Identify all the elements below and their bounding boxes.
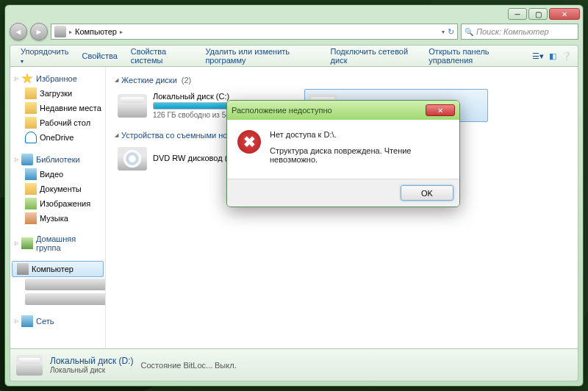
dialog-close-button[interactable]: ✕ [426, 104, 455, 116]
properties-button[interactable]: Свойства [76, 49, 123, 63]
libraries-icon [21, 154, 33, 165]
error-dialog: Расположение недоступно ✕ ✖ Нет доступа … [226, 100, 460, 207]
dialog-message-2: Структура диска повреждена. Чтение невоз… [270, 146, 449, 164]
video-icon [25, 168, 37, 180]
error-icon: ✖ [237, 130, 261, 154]
view-icon[interactable]: ☰▾ [531, 49, 545, 63]
sidebar-homegroup[interactable]: Домашняя группа [10, 233, 105, 254]
dvd-icon [118, 147, 147, 171]
sidebar-item-downloads[interactable]: Загрузки [10, 86, 105, 101]
sidebar-item-documents[interactable]: Документы [10, 182, 105, 196]
sidebar-item-drive-d[interactable]: Локальный диск (D [10, 292, 105, 306]
sidebar-item-recent[interactable]: Недавние места [10, 101, 105, 115]
dialog-titlebar[interactable]: Расположение недоступно ✕ [227, 101, 459, 120]
sidebar-item-music[interactable]: Музыка [10, 211, 105, 226]
dialog-title: Расположение недоступно [232, 106, 332, 115]
cloud-icon [25, 132, 37, 143]
preview-pane-icon[interactable]: ◧ [546, 49, 559, 63]
document-icon [25, 183, 37, 195]
close-button[interactable]: ✕ [549, 8, 580, 20]
folder-icon [25, 117, 37, 129]
refresh-icon[interactable]: ↻ [448, 27, 454, 37]
sidebar-item-desktop[interactable]: Рабочий стол [10, 115, 105, 130]
organize-menu[interactable]: Упорядочить [15, 44, 74, 68]
sidebar-computer[interactable]: Компьютер [12, 261, 104, 277]
folder-icon [25, 102, 37, 114]
category-hard-drives[interactable]: Жесткие диски(2) [115, 76, 569, 85]
sidebar-network[interactable]: Сеть [10, 314, 105, 329]
help-icon[interactable]: ❔ [560, 49, 573, 63]
status-drive-type: Локальный диск [50, 366, 134, 374]
control-panel-button[interactable]: Открыть панель управления [423, 44, 528, 68]
address-bar[interactable]: ▸ Компьютер ▸ ▾ ↻ [51, 24, 458, 40]
nav-bar: ◄ ► ▸ Компьютер ▸ ▾ ↻ Поиск: Компьютер [10, 21, 578, 42]
drive-icon [25, 279, 105, 290]
status-bitlocker-label: Состояние BitLoc... [141, 361, 213, 370]
status-bar: Локальный диск (D:) Локальный диск Состо… [10, 349, 578, 381]
system-properties-button[interactable]: Свойства системы [125, 44, 198, 68]
sidebar-item-pictures[interactable]: Изображения [10, 196, 105, 211]
sidebar-item-drive-c[interactable]: Локальный диск (C [10, 277, 105, 292]
pictures-icon [25, 198, 37, 209]
chevron-right-icon: ▸ [69, 29, 72, 35]
music-icon [25, 212, 37, 224]
sidebar-libraries[interactable]: Библиотеки [10, 152, 105, 167]
map-drive-button[interactable]: Подключить сетевой диск [325, 44, 422, 68]
search-input[interactable]: Поиск: Компьютер [461, 24, 578, 40]
sidebar-favorites[interactable]: Избранное [10, 71, 105, 86]
drive-icon [25, 293, 105, 305]
sidebar-item-video[interactable]: Видео [10, 167, 105, 182]
folder-icon [25, 87, 37, 99]
computer-icon [17, 263, 29, 275]
sidebar-item-onedrive[interactable]: OneDrive [10, 130, 105, 145]
maximize-button[interactable]: ▢ [528, 8, 548, 20]
chevron-right-icon: ▸ [120, 29, 123, 35]
titlebar: ─ ▢ ✕ [5, 5, 583, 21]
breadcrumb-segment[interactable]: Компьютер [75, 27, 117, 36]
network-icon [21, 315, 33, 327]
forward-button[interactable]: ► [30, 23, 48, 40]
uninstall-program-button[interactable]: Удалить или изменить программу [199, 44, 323, 68]
drive-icon [118, 94, 147, 118]
status-bitlocker-value: Выкл. [215, 361, 237, 370]
drive-icon [16, 355, 43, 376]
dropdown-icon[interactable]: ▾ [442, 29, 445, 35]
star-icon [21, 73, 33, 85]
back-button[interactable]: ◄ [10, 23, 27, 40]
dialog-message-1: Нет доступа к D:\. [270, 130, 449, 139]
computer-icon [54, 26, 66, 37]
status-drive-name: Локальный диск (D:) [50, 356, 134, 366]
sidebar: Избранное Загрузки Недавние места Рабочи… [10, 67, 106, 348]
minimize-button[interactable]: ─ [508, 8, 527, 20]
toolbar: Упорядочить Свойства Свойства системы Уд… [10, 45, 578, 67]
ok-button[interactable]: OK [401, 185, 453, 201]
homegroup-icon [21, 237, 33, 249]
